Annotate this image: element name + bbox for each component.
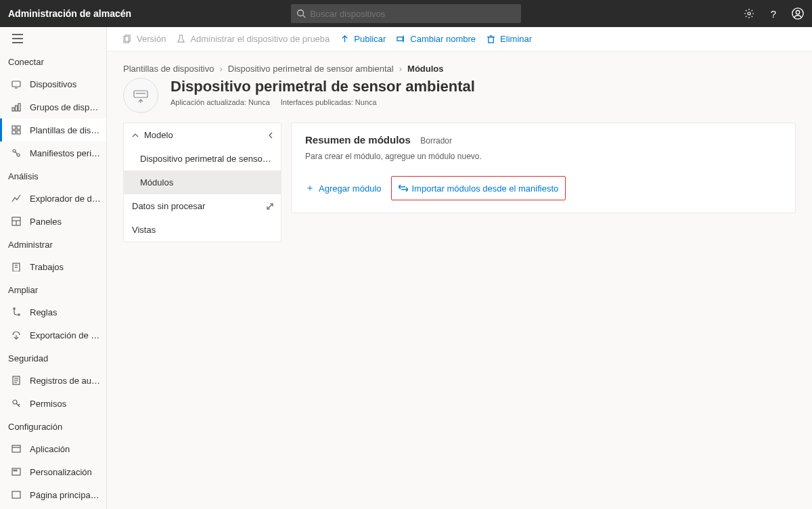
toolbar-label: Cambiar nombre (410, 34, 476, 44)
customize-icon (11, 466, 22, 477)
toolbar-label: Publicar (354, 34, 386, 44)
groups-icon (11, 102, 22, 112)
version-button[interactable]: Versión (123, 34, 166, 44)
audit-icon (11, 375, 22, 386)
svg-point-39 (14, 470, 15, 471)
sidebar-item-explorador[interactable]: Explorador de datos (0, 187, 106, 210)
devices-icon (11, 79, 22, 89)
sidebar-item-auditoria[interactable]: Registros de auditoría (0, 369, 106, 392)
account-icon[interactable] (792, 7, 804, 20)
rename-button[interactable]: Cambiar nombre (397, 34, 476, 44)
sidebar-item-label: Plantillas de dispo... (30, 125, 101, 135)
permissions-icon (11, 398, 22, 409)
settings-icon[interactable] (743, 7, 755, 20)
sidebar-item-label: Aplicación (30, 444, 70, 454)
sidebar: Conectar Dispositivos Grupos de disposit… (0, 27, 107, 509)
modules-summary-title: Resumen de módulos (305, 134, 411, 146)
plus-icon: ＋ (305, 182, 315, 194)
sidebar-item-aplicacion[interactable]: Aplicación (0, 437, 106, 460)
svg-rect-10 (12, 108, 14, 111)
sidebar-item-label: Paneles (30, 217, 62, 227)
svg-rect-36 (12, 445, 20, 452)
svg-rect-16 (17, 131, 20, 134)
breadcrumb-link[interactable]: Plantillas de dispositivo (123, 64, 214, 74)
sidebar-item-exportacion[interactable]: Exportación de datos (0, 324, 106, 347)
sidebar-item-label: Explorador de datos (30, 194, 101, 204)
help-icon[interactable]: ? (767, 7, 780, 20)
sidebar-item-paneles[interactable]: Paneles (0, 210, 106, 233)
app-icon (11, 443, 22, 454)
sidebar-item-manifiestos[interactable]: Manifiestos perimet... (0, 141, 106, 164)
breadcrumb-link[interactable]: Dispositivo perimetral de sensor ambient… (228, 64, 394, 74)
sidebar-item-label: Permisos (30, 399, 66, 409)
sidebar-item-plantillas[interactable]: Plantillas de dispo... (0, 118, 106, 141)
flask-icon (177, 35, 186, 44)
sidebar-item-reglas[interactable]: Reglas (0, 301, 106, 324)
chevron-up-icon[interactable] (132, 132, 139, 139)
search-input[interactable] (291, 4, 521, 23)
sidebar-item-label: Manifiestos perimet... (30, 148, 101, 158)
model-tree-vistas[interactable]: Vistas (124, 218, 281, 242)
svg-line-19 (16, 152, 18, 154)
sidebar-item-label: Personalización (30, 467, 92, 477)
dashboard-icon (11, 216, 22, 227)
app-title: Administración de almacén (8, 8, 131, 19)
chevron-right-icon: › (399, 64, 402, 74)
sidebar-item-grupos[interactable]: Grupos de disposit... (0, 95, 106, 118)
svg-rect-48 (489, 37, 493, 43)
sidebar-item-pagina-principal[interactable]: Página principal de lo (0, 483, 106, 506)
upload-icon (340, 35, 350, 44)
delete-button[interactable]: Eliminar (487, 34, 532, 44)
tree-item-label: Datos sin procesar (132, 201, 205, 211)
export-icon (11, 330, 22, 340)
svg-point-2 (748, 12, 750, 15)
expand-icon[interactable] (266, 202, 274, 211)
sidebar-item-personalizacion[interactable]: Personalización (0, 460, 106, 483)
sidebar-section-seguridad: Seguridad (0, 347, 106, 369)
manage-test-button[interactable]: Administrar el dispositivo de prueba (177, 34, 330, 44)
sidebar-item-trabajos[interactable]: Trabajos (0, 255, 106, 278)
page-sub-app: Aplicación actualizada: Nunca (171, 98, 270, 106)
explore-icon (11, 193, 22, 204)
hamburger-menu[interactable] (0, 27, 106, 50)
sidebar-item-label: Trabajos (30, 262, 64, 272)
svg-point-40 (16, 470, 17, 471)
chevron-right-icon: › (219, 64, 222, 74)
svg-rect-8 (12, 81, 20, 87)
add-module-button[interactable]: ＋ Agregar módulo (305, 182, 382, 194)
svg-point-4 (796, 11, 799, 14)
page-title: Dispositivo perimetral de sensor ambient… (171, 78, 475, 95)
modules-summary-panel: Resumen de módulos Borrador Para crear e… (291, 123, 796, 213)
chevron-left-icon[interactable] (267, 132, 274, 139)
sidebar-section-conectar: Conectar (0, 50, 106, 72)
sidebar-item-label: Exportación de datos (30, 330, 101, 340)
model-tree-datos[interactable]: Datos sin procesar (124, 194, 281, 218)
sidebar-item-label: Reglas (30, 307, 57, 317)
sidebar-section-analisis: Análisis (0, 164, 106, 187)
rules-icon (11, 307, 22, 317)
import-modules-button[interactable]: Importar módulos desde el manifiesto (399, 183, 559, 194)
model-tree-root[interactable]: Dispositivo perimetral de sensor am... (124, 147, 281, 171)
modules-help-text: Para crear el módulo, agregue un módulo … (305, 152, 782, 161)
svg-rect-11 (16, 106, 18, 111)
rename-icon (397, 35, 406, 44)
trash-icon (487, 35, 496, 44)
sidebar-item-label: Dispositivos (30, 79, 76, 89)
breadcrumb-current: Módulos (407, 64, 443, 74)
toolbar-label: Eliminar (500, 34, 532, 44)
svg-rect-46 (397, 37, 403, 41)
toolbar-label: Versión (137, 34, 166, 44)
model-panel-title: Modelo (144, 130, 173, 140)
sidebar-item-dispositivos[interactable]: Dispositivos (0, 72, 106, 95)
sidebar-item-permisos[interactable]: Permisos (0, 392, 106, 415)
button-label: Importar módulos desde el manifiesto (412, 183, 559, 194)
sidebar-section-configuracion: Configuración (0, 415, 106, 437)
model-tree-modulos[interactable]: Módulos (124, 171, 281, 194)
breadcrumb: Plantillas de dispositivo › Dispositivo … (107, 51, 812, 78)
import-highlight-box: Importar módulos desde el manifiesto (391, 176, 566, 200)
svg-point-27 (18, 314, 20, 315)
svg-line-35 (18, 404, 20, 405)
publish-button[interactable]: Publicar (340, 34, 386, 44)
device-type-icon (123, 78, 158, 113)
sidebar-item-label: Página principal de lo (30, 490, 101, 500)
